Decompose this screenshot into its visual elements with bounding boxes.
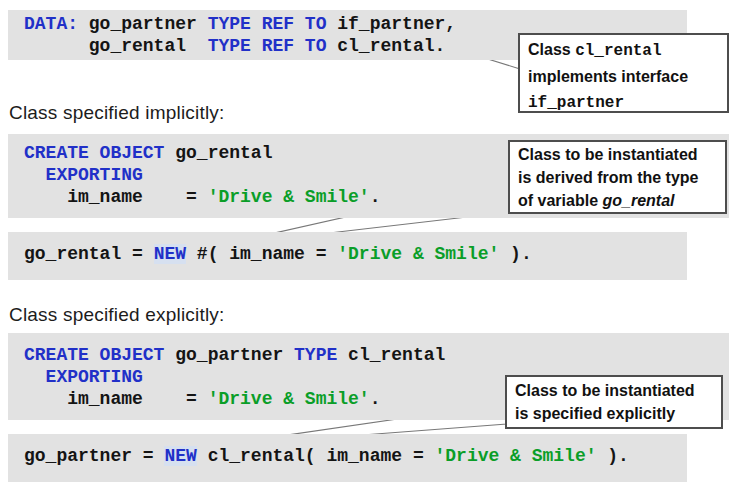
code-block-new-operator-implicit: go_rental = NEW #( im_name = 'Drive & Sm… (8, 232, 687, 280)
code-token: TYPE REF TO (208, 36, 338, 56)
code-token: go_partner (89, 14, 208, 34)
code-token: #( im_name = (186, 244, 337, 264)
slide-canvas: DATA: go_partner TYPE REF TO if_partner,… (0, 0, 733, 488)
callout-text-line: Class cl_rental (528, 37, 719, 64)
code-line: DATA: go_partner TYPE REF TO if_partner, (24, 13, 687, 35)
code-token: cl_rental( im_name = (197, 446, 435, 466)
code-token: CREATE OBJECT (24, 143, 175, 163)
code-token: . (370, 389, 381, 409)
code-token: CREATE OBJECT (24, 345, 175, 365)
code-token: if_partner, (337, 14, 456, 34)
callout-text-segment: Class to be instantiated (515, 382, 695, 399)
code-token: ). (597, 446, 629, 466)
callout-text-segment: of variable (518, 192, 602, 209)
code-token: TYPE (294, 345, 348, 365)
code-token: NEW (164, 446, 196, 466)
code-token: TYPE REF TO (208, 14, 338, 34)
code-token: go_rental (175, 143, 272, 163)
code-token: . (370, 187, 381, 207)
callout-text-segment: go_rental (602, 192, 674, 209)
callout-text-line: is specified explicitly (515, 402, 713, 425)
callout-text-segment: Class (528, 41, 575, 58)
code-token: 'Drive & Smile' (434, 446, 596, 466)
code-token: ). (499, 244, 531, 264)
callout-interface-note: Class cl_rentalimplements interfaceif_pa… (518, 33, 729, 113)
code-block-new-operator-explicit: go_partner = NEW cl_rental( im_name = 'D… (8, 434, 687, 482)
callout-text-line: if_partner (528, 89, 719, 116)
code-token (24, 367, 46, 387)
code-token: go_partner (175, 345, 294, 365)
callout-text-line: Class to be instantiated (515, 379, 713, 402)
callout-text-line: of variable go_rental (518, 189, 717, 212)
code-line: CREATE OBJECT go_partner TYPE cl_rental (24, 344, 729, 366)
code-token (24, 165, 46, 185)
code-token: go_rental (24, 36, 208, 56)
callout-implicit-note: Class to be instantiatedis derived from … (508, 140, 727, 214)
callout-explicit-note: Class to be instantiatedis specified exp… (505, 375, 723, 429)
callout-text-segment: cl_rental (575, 42, 661, 60)
code-token: 'Drive & Smile' (208, 389, 370, 409)
code-token: 'Drive & Smile' (337, 244, 499, 264)
code-token: EXPORTING (46, 367, 143, 387)
callout-text-segment: implements interface (528, 68, 688, 85)
callout-text-line: is derived from the type (518, 166, 717, 189)
code-token: go_rental = (24, 244, 154, 264)
callout-text-segment: is specified explicitly (515, 405, 675, 422)
callout-text-segment: is derived from the type (518, 169, 699, 186)
code-token: DATA: (24, 14, 89, 34)
callout-text-line: Class to be instantiated (518, 143, 717, 166)
code-token: EXPORTING (46, 165, 143, 185)
code-token: im_name = (24, 389, 208, 409)
code-line: go_rental = NEW #( im_name = 'Drive & Sm… (24, 243, 687, 265)
callout-text-line: implements interface (528, 64, 719, 89)
code-token: NEW (154, 244, 186, 264)
code-token: go_partner = (24, 446, 164, 466)
code-token: cl_rental (348, 345, 445, 365)
code-token: cl_rental. (337, 36, 445, 56)
code-token: 'Drive & Smile' (208, 187, 370, 207)
callout-text-segment: if_partner (528, 94, 624, 112)
callout-text-segment: Class to be instantiated (518, 146, 698, 163)
code-token: im_name = (24, 187, 208, 207)
section-label-explicit: Class specified explicitly: (9, 304, 225, 326)
section-label-implicit: Class specified implicitly: (9, 102, 225, 124)
code-line: go_partner = NEW cl_rental( im_name = 'D… (24, 445, 687, 467)
